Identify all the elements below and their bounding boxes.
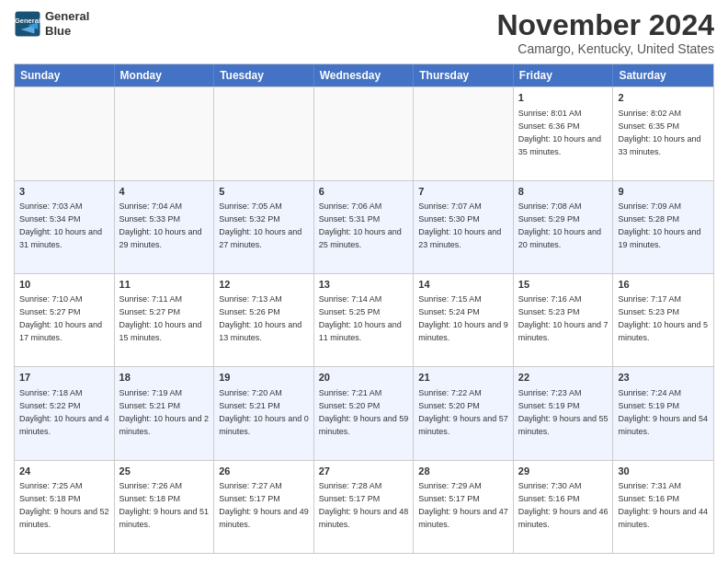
day-cell-24: 24 Sunrise: 7:25 AMSunset: 5:18 PMDaylig…	[15, 461, 115, 553]
day-number: 4	[119, 185, 210, 199]
day-number: 8	[518, 185, 609, 199]
empty-cell-0-3	[314, 87, 415, 179]
day-info: Sunrise: 7:26 AMSunset: 5:18 PMDaylight:…	[119, 481, 210, 529]
location: Camargo, Kentucky, United States	[496, 41, 714, 56]
day-number: 11	[119, 278, 210, 292]
day-number: 15	[518, 278, 609, 292]
month-title: November 2024	[496, 9, 714, 41]
day-number: 13	[319, 278, 409, 292]
empty-cell-0-1	[115, 87, 215, 179]
header-friday: Friday	[514, 64, 614, 86]
day-info: Sunrise: 7:09 AMSunset: 5:28 PMDaylight:…	[618, 201, 700, 249]
logo-text: General Blue	[45, 9, 89, 38]
day-cell-15: 15 Sunrise: 7:16 AMSunset: 5:23 PMDaylig…	[514, 274, 614, 366]
day-cell-27: 27 Sunrise: 7:28 AMSunset: 5:17 PMDaylig…	[314, 461, 415, 553]
week-row-4: 24 Sunrise: 7:25 AMSunset: 5:18 PMDaylig…	[15, 460, 713, 553]
day-info: Sunrise: 7:05 AMSunset: 5:32 PMDaylight:…	[219, 201, 301, 249]
day-cell-2: 2 Sunrise: 8:02 AMSunset: 6:35 PMDayligh…	[613, 87, 713, 179]
day-info: Sunrise: 7:13 AMSunset: 5:26 PMDaylight:…	[219, 294, 301, 342]
header-wednesday: Wednesday	[314, 64, 415, 86]
day-number: 30	[618, 465, 709, 478]
day-cell-26: 26 Sunrise: 7:27 AMSunset: 5:17 PMDaylig…	[214, 461, 314, 553]
empty-cell-0-4	[414, 87, 514, 179]
day-cell-7: 7 Sunrise: 7:07 AMSunset: 5:30 PMDayligh…	[414, 181, 514, 273]
day-info: Sunrise: 7:08 AMSunset: 5:29 PMDaylight:…	[518, 201, 601, 249]
day-cell-3: 3 Sunrise: 7:03 AMSunset: 5:34 PMDayligh…	[15, 181, 115, 273]
day-number: 27	[319, 465, 409, 478]
week-row-2: 10 Sunrise: 7:10 AMSunset: 5:27 PMDaylig…	[15, 273, 713, 366]
day-info: Sunrise: 8:01 AMSunset: 6:36 PMDaylight:…	[518, 109, 601, 156]
day-number: 19	[219, 371, 309, 385]
day-cell-13: 13 Sunrise: 7:14 AMSunset: 5:25 PMDaylig…	[314, 274, 415, 366]
day-number: 28	[418, 465, 508, 478]
title-block: November 2024 Camargo, Kentucky, United …	[496, 9, 714, 56]
day-info: Sunrise: 7:30 AMSunset: 5:16 PMDaylight:…	[518, 481, 609, 529]
day-info: Sunrise: 7:23 AMSunset: 5:19 PMDaylight:…	[518, 388, 609, 436]
day-cell-25: 25 Sunrise: 7:26 AMSunset: 5:18 PMDaylig…	[115, 461, 215, 553]
header-sunday: Sunday	[15, 64, 115, 86]
day-cell-29: 29 Sunrise: 7:30 AMSunset: 5:16 PMDaylig…	[514, 461, 614, 553]
day-cell-9: 9 Sunrise: 7:09 AMSunset: 5:28 PMDayligh…	[613, 181, 713, 273]
day-info: Sunrise: 7:18 AMSunset: 5:22 PMDaylight:…	[19, 388, 109, 436]
header: General General Blue November 2024 Camar…	[14, 9, 714, 56]
day-cell-8: 8 Sunrise: 7:08 AMSunset: 5:29 PMDayligh…	[514, 181, 614, 273]
week-row-0: 1 Sunrise: 8:01 AMSunset: 6:36 PMDayligh…	[15, 86, 713, 179]
day-number: 6	[319, 185, 409, 199]
day-number: 5	[219, 185, 309, 199]
day-number: 22	[518, 371, 609, 385]
day-cell-1: 1 Sunrise: 8:01 AMSunset: 6:36 PMDayligh…	[514, 87, 614, 179]
day-cell-23: 23 Sunrise: 7:24 AMSunset: 5:19 PMDaylig…	[613, 367, 713, 459]
day-cell-11: 11 Sunrise: 7:11 AMSunset: 5:27 PMDaylig…	[115, 274, 215, 366]
header-tuesday: Tuesday	[214, 64, 314, 86]
day-info: Sunrise: 7:14 AMSunset: 5:25 PMDaylight:…	[319, 294, 402, 342]
calendar-header: Sunday Monday Tuesday Wednesday Thursday…	[15, 64, 713, 86]
calendar: Sunday Monday Tuesday Wednesday Thursday…	[14, 63, 714, 554]
day-info: Sunrise: 7:06 AMSunset: 5:31 PMDaylight:…	[319, 201, 402, 249]
day-number: 1	[518, 91, 609, 105]
day-info: Sunrise: 7:28 AMSunset: 5:17 PMDaylight:…	[319, 481, 409, 529]
day-number: 9	[618, 185, 709, 199]
day-info: Sunrise: 7:24 AMSunset: 5:19 PMDaylight:…	[618, 388, 708, 436]
day-cell-5: 5 Sunrise: 7:05 AMSunset: 5:32 PMDayligh…	[214, 181, 314, 273]
day-number: 3	[19, 185, 109, 199]
day-info: Sunrise: 7:29 AMSunset: 5:17 PMDaylight:…	[418, 481, 508, 529]
day-cell-28: 28 Sunrise: 7:29 AMSunset: 5:17 PMDaylig…	[414, 461, 514, 553]
week-row-1: 3 Sunrise: 7:03 AMSunset: 5:34 PMDayligh…	[15, 180, 713, 273]
logo: General General Blue	[14, 9, 89, 38]
day-info: Sunrise: 7:16 AMSunset: 5:23 PMDaylight:…	[518, 294, 609, 342]
day-cell-12: 12 Sunrise: 7:13 AMSunset: 5:26 PMDaylig…	[214, 274, 314, 366]
header-thursday: Thursday	[414, 64, 514, 86]
day-info: Sunrise: 7:25 AMSunset: 5:18 PMDaylight:…	[19, 481, 109, 529]
day-number: 7	[418, 185, 508, 199]
day-info: Sunrise: 8:02 AMSunset: 6:35 PMDaylight:…	[618, 109, 700, 156]
calendar-body: 1 Sunrise: 8:01 AMSunset: 6:36 PMDayligh…	[15, 86, 713, 553]
week-row-3: 17 Sunrise: 7:18 AMSunset: 5:22 PMDaylig…	[15, 366, 713, 459]
logo-icon: General	[14, 10, 41, 38]
day-cell-17: 17 Sunrise: 7:18 AMSunset: 5:22 PMDaylig…	[15, 367, 115, 459]
day-cell-21: 21 Sunrise: 7:22 AMSunset: 5:20 PMDaylig…	[414, 367, 514, 459]
day-info: Sunrise: 7:15 AMSunset: 5:24 PMDaylight:…	[418, 294, 508, 342]
day-cell-14: 14 Sunrise: 7:15 AMSunset: 5:24 PMDaylig…	[414, 274, 514, 366]
day-cell-4: 4 Sunrise: 7:04 AMSunset: 5:33 PMDayligh…	[115, 181, 215, 273]
header-monday: Monday	[115, 64, 215, 86]
day-info: Sunrise: 7:20 AMSunset: 5:21 PMDaylight:…	[219, 388, 309, 436]
day-info: Sunrise: 7:07 AMSunset: 5:30 PMDaylight:…	[418, 201, 501, 249]
day-info: Sunrise: 7:03 AMSunset: 5:34 PMDaylight:…	[19, 201, 102, 249]
day-number: 26	[219, 465, 309, 478]
header-saturday: Saturday	[613, 64, 713, 86]
day-cell-30: 30 Sunrise: 7:31 AMSunset: 5:16 PMDaylig…	[613, 461, 713, 553]
empty-cell-0-0	[15, 87, 115, 179]
day-cell-6: 6 Sunrise: 7:06 AMSunset: 5:31 PMDayligh…	[314, 181, 415, 273]
day-number: 20	[319, 371, 409, 385]
day-number: 17	[19, 371, 109, 385]
day-info: Sunrise: 7:04 AMSunset: 5:33 PMDaylight:…	[119, 201, 202, 249]
day-number: 24	[19, 465, 109, 478]
day-cell-16: 16 Sunrise: 7:17 AMSunset: 5:23 PMDaylig…	[613, 274, 713, 366]
day-number: 23	[618, 371, 709, 385]
day-number: 16	[618, 278, 709, 292]
day-cell-19: 19 Sunrise: 7:20 AMSunset: 5:21 PMDaylig…	[214, 367, 314, 459]
day-info: Sunrise: 7:10 AMSunset: 5:27 PMDaylight:…	[19, 294, 102, 342]
day-number: 12	[219, 278, 309, 292]
day-info: Sunrise: 7:11 AMSunset: 5:27 PMDaylight:…	[119, 294, 202, 342]
day-number: 21	[418, 371, 508, 385]
